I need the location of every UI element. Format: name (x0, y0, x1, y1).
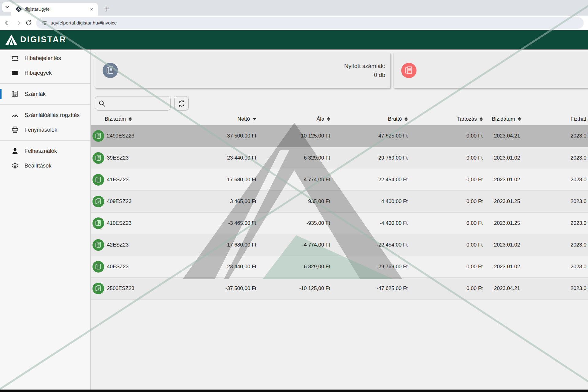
column-header--fa[interactable]: Áfa (256, 113, 330, 125)
forward-button[interactable] (13, 18, 23, 28)
digistar-logo-icon (6, 35, 17, 45)
table-row[interactable]: 41ESZ23 17 680,00 Ft 4 774,00 Ft 22 454,… (91, 169, 588, 190)
search-icon (98, 100, 106, 107)
back-arrow-icon (4, 20, 11, 26)
cell-brutto: -47 625,00 Ft (330, 285, 408, 292)
cell-biz-szam: 409ESZ23 (107, 198, 131, 205)
url-text[interactable]: ugyfelportal.digistar.hu/#invoice (51, 20, 117, 26)
column-header-biz-sz-m[interactable]: Biz.szám (91, 113, 183, 125)
cell-netto: 17 680,00 Ft (183, 177, 256, 183)
cell-brutto: -29 769,00 Ft (330, 264, 408, 270)
invoice-circle-gray-icon (103, 63, 118, 78)
main-content: Nyitott számlák: 0 db (91, 49, 588, 392)
browser-tab[interactable]: digistarUgyfel × (11, 3, 98, 16)
invoice-circle-green-icon (92, 261, 104, 273)
table-row[interactable]: 40ESZ23 -23 440,00 Ft -6 329,00 Ft -29 7… (91, 256, 588, 277)
cell-fiz-hat: 2023.0 (555, 177, 588, 183)
table-row[interactable]: 410ESZ23 -3 465,00 Ft -935,00 Ft -4 400,… (91, 212, 588, 234)
digistar-favicon-icon (16, 6, 22, 12)
invoice-circle-green-icon (92, 239, 104, 251)
gauge-icon (11, 112, 19, 118)
cell-fiz-hat: 2023.0 (555, 155, 588, 161)
open-invoices-label: Nyitott számlák: (344, 62, 385, 70)
cell-tartozas: 0,00 Ft (408, 220, 483, 226)
sidebar-divider (0, 83, 90, 84)
cell-afa: -6 329,00 Ft (256, 264, 330, 270)
table-row[interactable]: 42ESZ23 -17 680,00 Ft -4 774,00 Ft -22 4… (91, 234, 588, 256)
cell-biz-szam: 42ESZ23 (107, 242, 129, 248)
cell-afa: -10 125,00 Ft (256, 285, 330, 292)
sidebar-item-f-nym-sol-k[interactable]: Fénymásolók (0, 123, 90, 137)
table-row[interactable]: 2499ESZ23 37 500,00 Ft 10 125,00 Ft 47 6… (91, 125, 588, 147)
cell-biz-datum: 2023.04.21 (483, 285, 555, 292)
sidebar-item-felhaszn-l-k[interactable]: Felhasználók (0, 144, 90, 158)
search-input[interactable] (108, 101, 163, 106)
cell-netto: 37 500,00 Ft (183, 133, 256, 139)
sort-icon (129, 117, 132, 121)
ticket-outline-icon (11, 55, 19, 61)
sidebar-divider (0, 104, 90, 105)
column-header-biz-d-tum[interactable]: Biz.dátum (483, 113, 555, 125)
cell-fiz-hat: 2023.0 (555, 198, 588, 205)
table-row[interactable]: 39ESZ23 23 440,00 Ft 6 329,00 Ft 29 769,… (91, 147, 588, 169)
table-body: 2499ESZ23 37 500,00 Ft 10 125,00 Ft 47 6… (91, 125, 588, 299)
cell-biz-datum: 2023.04.21 (483, 133, 555, 139)
user-icon (11, 148, 19, 154)
invoice-search[interactable] (95, 96, 171, 111)
refresh-icon (178, 100, 186, 107)
invoice-circle-green-icon (92, 217, 104, 229)
ticket-filled-icon (11, 70, 19, 76)
column-header-nett-[interactable]: Nettó (183, 113, 256, 125)
cell-brutto: 29 769,00 Ft (330, 155, 408, 161)
site-settings-tune-icon[interactable] (41, 20, 47, 26)
sidebar-item-hibabejelent-s[interactable]: Hibabejelentés (0, 51, 90, 66)
cell-netto: 3 465,00 Ft (183, 198, 256, 205)
cell-biz-datum: 2023.01.02 (483, 155, 555, 161)
table-header-row: Biz.számNettóÁfaBruttóTartozásBiz.dátumF… (91, 113, 588, 125)
cell-afa: 10 125,00 Ft (256, 133, 330, 139)
sidebar-item-sz-ml-l-ll-s-r-gz-t-s[interactable]: Számlálóállás rögzítés (0, 108, 90, 123)
sidebar-item-be-ll-t-sok[interactable]: Beállítások (0, 158, 90, 173)
invoice-circle-green-icon (92, 196, 104, 207)
cell-brutto: 4 400,00 Ft (330, 198, 408, 205)
cell-biz-szam: 40ESZ23 (107, 264, 129, 270)
sort-icon (480, 117, 483, 121)
sidebar-item-hibajegyek[interactable]: Hibajegyek (0, 66, 90, 80)
cell-biz-datum: 2023.01.25 (483, 220, 555, 226)
cell-tartozas: 0,00 Ft (408, 264, 483, 270)
new-tab-button[interactable]: + (102, 4, 112, 14)
cell-biz-datum: 2023.01.25 (483, 198, 555, 205)
reload-button[interactable] (23, 18, 34, 28)
digistar-brand: DIGISTAR (6, 35, 66, 45)
refresh-list-button[interactable] (174, 96, 189, 111)
cell-afa: -4 774,00 Ft (256, 242, 330, 248)
url-bar[interactable]: ugyfelportal.digistar.hu/#invoice (36, 17, 584, 29)
table-row[interactable]: 2500ESZ23 -37 500,00 Ft -10 125,00 Ft -4… (91, 277, 588, 299)
invoice-circle-green-icon (92, 152, 104, 164)
sidebar-item-sz-ml-k[interactable]: Számlák (0, 87, 90, 101)
column-header-brutt-[interactable]: Bruttó (330, 113, 408, 125)
cell-biz-szam: 410ESZ23 (107, 220, 131, 226)
cell-tartozas: 0,00 Ft (408, 242, 483, 248)
column-header-tartoz-s[interactable]: Tartozás (408, 113, 483, 125)
invoice-circle-green-icon (92, 174, 104, 186)
back-button[interactable] (2, 18, 13, 28)
sort-desc-icon (253, 118, 256, 120)
cell-afa: 4 774,00 Ft (256, 177, 330, 183)
cell-netto: -23 440,00 Ft (183, 264, 256, 270)
reload-icon (25, 20, 32, 26)
cell-afa: 935,00 Ft (256, 198, 330, 205)
cell-tartozas: 0,00 Ft (408, 198, 483, 205)
tab-title: digistarUgyfel (24, 7, 89, 12)
table-row[interactable]: 409ESZ23 3 465,00 Ft 935,00 Ft 4 400,00 … (91, 190, 588, 212)
tab-close-icon[interactable]: × (89, 6, 95, 12)
cell-tartozas: 0,00 Ft (408, 177, 483, 183)
cell-netto: -37 500,00 Ft (183, 285, 256, 292)
cell-biz-szam: 41ESZ23 (107, 177, 129, 183)
invoice-circle-red-icon (401, 63, 417, 78)
column-header-fiz-hat[interactable]: Fiz.hat (555, 113, 588, 125)
cell-afa: 6 329,00 Ft (256, 155, 330, 161)
tab-search-button[interactable] (2, 2, 13, 12)
cell-biz-datum: 2023.01.02 (483, 177, 555, 183)
sort-icon (327, 117, 330, 121)
